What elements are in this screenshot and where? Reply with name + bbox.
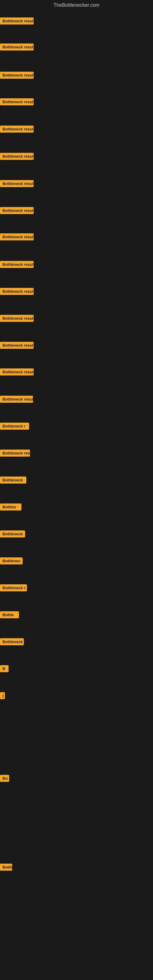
bottleneck-result-item: Bottleneck result bbox=[0, 153, 33, 160]
bottleneck-result-item: Bottleneck r bbox=[0, 864, 12, 871]
bottleneck-result-item: Bottleneck result bbox=[0, 315, 33, 322]
bottleneck-result-item: Bottleneck result bbox=[0, 261, 33, 268]
bottleneck-result-item: Bottleneck resu bbox=[0, 450, 30, 457]
bottleneck-result-item: Bottlenec bbox=[0, 557, 22, 565]
bottleneck-result-item: Bottleneck r bbox=[0, 584, 27, 591]
bottleneck-result-item: Bottleneck r bbox=[0, 423, 29, 430]
bottleneck-result-item: Bottleneck result bbox=[0, 43, 33, 51]
bottleneck-result-item: Bottleneck result bbox=[0, 233, 33, 240]
bottleneck-result-item: | bbox=[0, 692, 5, 699]
bottleneck-result-item: Bottleneck result bbox=[0, 126, 33, 133]
bottleneck-result-item: Bo bbox=[0, 775, 9, 782]
bottleneck-result-item: Bottleneck bbox=[0, 530, 25, 538]
bottleneck-result-item: Bottleneck result bbox=[0, 180, 33, 187]
bottleneck-result-item: Bottleneck result bbox=[0, 72, 33, 79]
bottleneck-result-item: Bottleneck result bbox=[0, 98, 33, 105]
bottleneck-result-item: Bottlen bbox=[0, 503, 21, 511]
bottleneck-result-item: Bottleneck result bbox=[0, 342, 33, 349]
bottleneck-result-item: Bottleneck result bbox=[0, 288, 33, 295]
bottleneck-result-item: Bottle bbox=[0, 611, 19, 618]
bottleneck-result-item: Bottleneck result bbox=[0, 396, 33, 403]
bottleneck-result-item: B bbox=[0, 665, 9, 672]
bottleneck-result-item: Bottleneck bbox=[0, 638, 24, 645]
bottleneck-result-item: Bottleneck result bbox=[0, 18, 33, 24]
bottleneck-result-item: Bottleneck result bbox=[0, 368, 33, 375]
bottleneck-result-item: Bottleneck result bbox=[0, 207, 33, 214]
site-title: TheBottlenecker.com bbox=[0, 0, 153, 9]
bottleneck-result-item: Bottleneck bbox=[0, 477, 26, 484]
